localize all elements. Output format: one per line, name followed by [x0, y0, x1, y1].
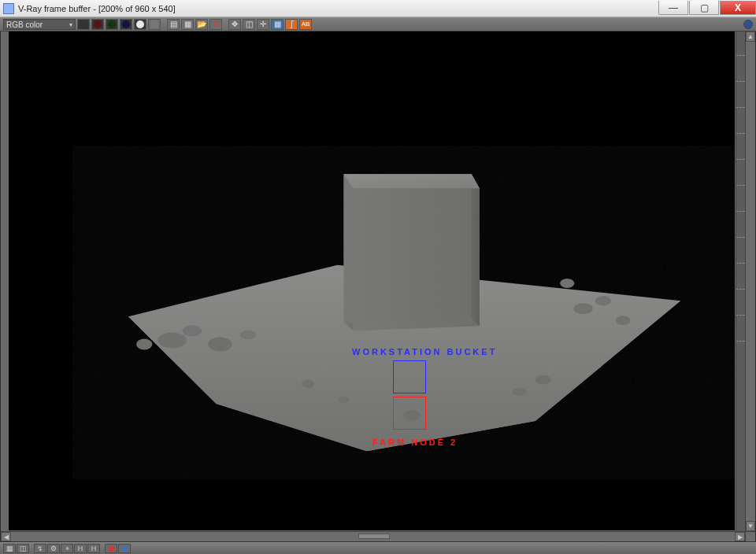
- open-icon: 📂: [197, 20, 206, 28]
- chevron-down-icon: ▾: [69, 21, 72, 28]
- scroll-grip[interactable]: [358, 534, 390, 539]
- svg-point-11: [536, 375, 551, 385]
- open-button[interactable]: 📂: [195, 19, 208, 30]
- region-icon: ◫: [246, 20, 253, 28]
- statusbar: ▦ ◫ ↯ ⚙ ⌖ H H: [0, 542, 756, 554]
- svg-point-15: [302, 380, 314, 388]
- minimize-button[interactable]: —: [658, 1, 688, 15]
- content-area: WORKSTATION BUCKET FARM NODE 2 ▲ ▼ ◀ ▶: [0, 31, 756, 542]
- red-dot-icon: [109, 546, 114, 552]
- maximize-button[interactable]: ▢: [689, 1, 719, 15]
- workstation-bucket-box: [393, 360, 426, 393]
- svg-marker-22: [472, 174, 480, 326]
- floppy-icon: ▤: [170, 20, 177, 28]
- svg-point-12: [512, 388, 526, 396]
- rgb-view-button[interactable]: [77, 19, 90, 30]
- svg-point-3: [158, 332, 186, 348]
- status-pick-button[interactable]: ⌖: [61, 544, 73, 553]
- svg-point-8: [573, 303, 592, 314]
- svg-point-16: [338, 397, 349, 403]
- red-channel-button[interactable]: [91, 19, 104, 30]
- svg-point-7: [136, 338, 152, 349]
- close-icon: ✕: [213, 20, 219, 28]
- scroll-left-button[interactable]: ◀: [1, 532, 11, 541]
- horizontal-scrollbar[interactable]: ◀ ▶: [1, 531, 745, 541]
- svg-point-10: [560, 279, 574, 288]
- blue-channel-button[interactable]: [120, 19, 132, 30]
- curve-icon: ʃ: [291, 20, 293, 28]
- svg-point-13: [616, 316, 630, 325]
- clear-button[interactable]: ✕: [209, 19, 222, 30]
- status-blue-dot[interactable]: [118, 544, 131, 553]
- render-image: [9, 31, 735, 530]
- window-controls: — ▢ X: [658, 0, 756, 17]
- track-mouse-button[interactable]: ✛: [257, 19, 269, 30]
- save-all-button[interactable]: ▦: [181, 19, 194, 30]
- status-grid-button[interactable]: ▦: [3, 544, 16, 553]
- side-ruler: [736, 31, 745, 531]
- svg-point-5: [208, 337, 232, 351]
- svg-marker-21: [344, 174, 472, 323]
- farm-node-bucket-box: [393, 397, 426, 430]
- svg-point-4: [183, 325, 202, 336]
- status-red-dot[interactable]: [105, 544, 117, 553]
- channel-dropdown[interactable]: RGB color ▾: [3, 19, 76, 30]
- status-hist2-button[interactable]: H: [87, 544, 100, 553]
- window-title: V-Ray frame buffer - [200% of 960 x 540]: [18, 4, 176, 13]
- svg-point-6: [240, 330, 256, 339]
- cursor-icon: ✛: [260, 20, 266, 28]
- alpha-channel-button[interactable]: [134, 19, 146, 30]
- green-channel-button[interactable]: [106, 19, 118, 30]
- scroll-right-button[interactable]: ▶: [735, 532, 745, 541]
- status-split-button[interactable]: ◫: [17, 544, 29, 553]
- app-icon: [3, 3, 14, 14]
- scroll-up-button[interactable]: ▲: [746, 31, 755, 42]
- link-icon: ✥: [232, 20, 238, 28]
- scroll-down-button[interactable]: ▼: [746, 521, 755, 531]
- status-hist-button[interactable]: H: [74, 544, 87, 553]
- save-button[interactable]: ▤: [167, 19, 180, 30]
- floppy-multi-icon: ▦: [184, 20, 191, 28]
- srgb-button[interactable]: AB: [299, 19, 312, 30]
- workstation-bucket-label: WORKSTATION BUCKET: [352, 347, 497, 356]
- srgb-icon: AB: [302, 21, 310, 28]
- status-link-button[interactable]: ↯: [34, 544, 46, 553]
- scroll-corner: [745, 531, 755, 541]
- titlebar: V-Ray frame buffer - [200% of 960 x 540]…: [0, 0, 756, 17]
- close-button[interactable]: X: [720, 1, 756, 15]
- mono-button[interactable]: [148, 19, 161, 30]
- color-corrections-button[interactable]: ▦: [271, 19, 284, 30]
- status-channels-button[interactable]: ⚙: [47, 544, 60, 553]
- link-button[interactable]: ✥: [228, 19, 241, 30]
- vertical-scrollbar[interactable]: ▲ ▼: [745, 31, 755, 531]
- svg-point-9: [595, 296, 611, 305]
- dock-icon[interactable]: [743, 20, 753, 29]
- main-toolbar: RGB color ▾ ▤ ▦ 📂 ✕ ✥ ◫ ✛ ▦ ʃ AB: [0, 17, 756, 31]
- blue-dot-icon: [122, 546, 128, 552]
- channel-dropdown-label: RGB color: [6, 20, 43, 29]
- svg-marker-23: [344, 174, 480, 188]
- gamma-curve-button[interactable]: ʃ: [285, 19, 298, 30]
- render-viewport[interactable]: WORKSTATION BUCKET FARM NODE 2: [9, 31, 735, 530]
- cc-icon: ▦: [274, 20, 281, 28]
- region-button[interactable]: ◫: [243, 19, 255, 30]
- farm-node-bucket-label: FARM NODE 2: [372, 438, 458, 447]
